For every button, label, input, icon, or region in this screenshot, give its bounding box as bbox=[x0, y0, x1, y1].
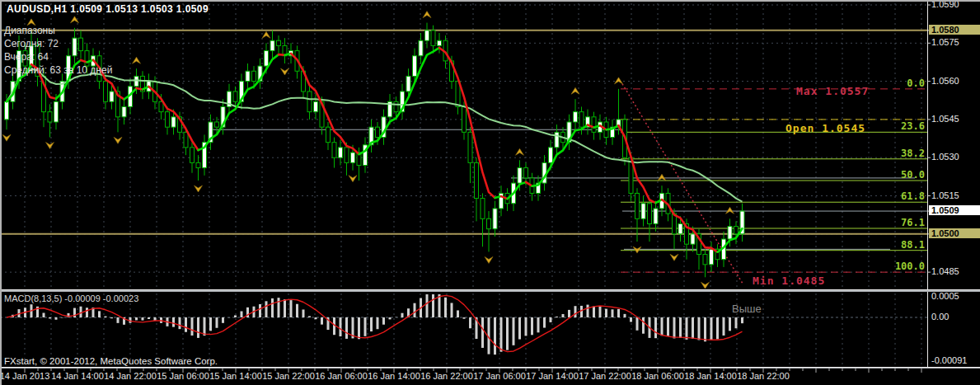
current-price-badge: 1.0509 bbox=[929, 205, 980, 215]
axis-separator-line bbox=[927, 0, 928, 369]
min-level-label: Min 1.0485 bbox=[753, 275, 825, 287]
fib-level-label: 88.1 bbox=[877, 239, 925, 251]
macd-tick-label: 0.0005 bbox=[931, 291, 979, 301]
range-info-header: Диапазоны bbox=[4, 25, 55, 36]
fractal-down-arrow bbox=[114, 137, 122, 143]
fractal-up-arrow bbox=[423, 12, 431, 18]
range-info-yesterday: Вчера: 64 bbox=[4, 51, 49, 63]
window-frame-left bbox=[0, 0, 2, 385]
fractal-up-arrow bbox=[133, 57, 141, 63]
fractal-up-arrow bbox=[516, 148, 524, 155]
symbol-ohlc-title: AUDUSD,H1 1.0509 1.0513 1.0503 1.0509 bbox=[7, 3, 209, 15]
fractal-down-arrow bbox=[670, 254, 678, 261]
fib-level-label: 61.8 bbox=[877, 190, 925, 202]
fractal-down-arrow bbox=[281, 68, 289, 75]
mt4-chart-window: AUDUSD,H1 1.0509 1.0513 1.0503 1.0509 Ди… bbox=[0, 0, 980, 385]
fractal-down-arrow bbox=[46, 143, 54, 149]
timeaxis-separator[interactable] bbox=[0, 367, 980, 369]
price-tick-label: 1.0515 bbox=[931, 190, 978, 200]
time-axis-label: 18 Jan 22:00 bbox=[725, 371, 801, 381]
range-info-average: Средний: 63 за 10 дней bbox=[4, 64, 112, 76]
fractal-down-arrow bbox=[195, 185, 203, 192]
fractal-down-arrow bbox=[349, 176, 357, 182]
fib-level-label: 76.1 bbox=[877, 217, 925, 228]
fib-level-label: 23.6 bbox=[877, 120, 925, 132]
open-level-label: Open 1.0545 bbox=[785, 122, 865, 134]
price-tick-label: 1.0530 bbox=[931, 152, 978, 162]
copyright-text: FXstart, © 2001-2012, MetaQuotes Softwar… bbox=[4, 356, 218, 366]
fractal-up-arrow bbox=[262, 31, 270, 38]
level-price-badge: 1.0500 bbox=[929, 228, 980, 238]
window-frame-top bbox=[0, 0, 980, 2]
price-tick-label: 1.0485 bbox=[931, 266, 978, 276]
fractal-down-arrow bbox=[701, 282, 710, 289]
fib-level-label: 0.0 bbox=[877, 77, 925, 89]
price-tick-label: 1.0575 bbox=[931, 37, 978, 47]
fib-level-label: 38.2 bbox=[877, 148, 925, 159]
level-price-badge: 1.0580 bbox=[929, 25, 980, 35]
fractal-down-arrow bbox=[2, 134, 11, 141]
price-tick-label: 1.0545 bbox=[931, 114, 978, 124]
macd-tick-label: 0.00 bbox=[931, 312, 979, 322]
fractal-up-arrow bbox=[615, 77, 623, 84]
price-tick-label: 1.0560 bbox=[931, 76, 978, 86]
fractal-up-arrow bbox=[726, 207, 734, 214]
macd-indicator-label: MACD(8,13,5) -0.00009 -0.00023 bbox=[4, 293, 138, 303]
macd-note-label: Выше bbox=[732, 303, 762, 315]
pane-separator[interactable] bbox=[0, 289, 980, 292]
fractal-down-arrow bbox=[485, 256, 493, 263]
fractal-up-arrow bbox=[658, 174, 666, 181]
fractal-down-arrow bbox=[633, 246, 641, 253]
fib-level-label: 50.0 bbox=[877, 169, 925, 181]
fib-level-label: 100.0 bbox=[877, 261, 925, 272]
range-info-today: Сегодня: 72 bbox=[4, 38, 59, 49]
chart-canvas[interactable] bbox=[0, 0, 980, 385]
macd-tick-label: -0.00091 bbox=[931, 355, 979, 365]
max-level-label: Max 1.0557 bbox=[796, 85, 869, 97]
